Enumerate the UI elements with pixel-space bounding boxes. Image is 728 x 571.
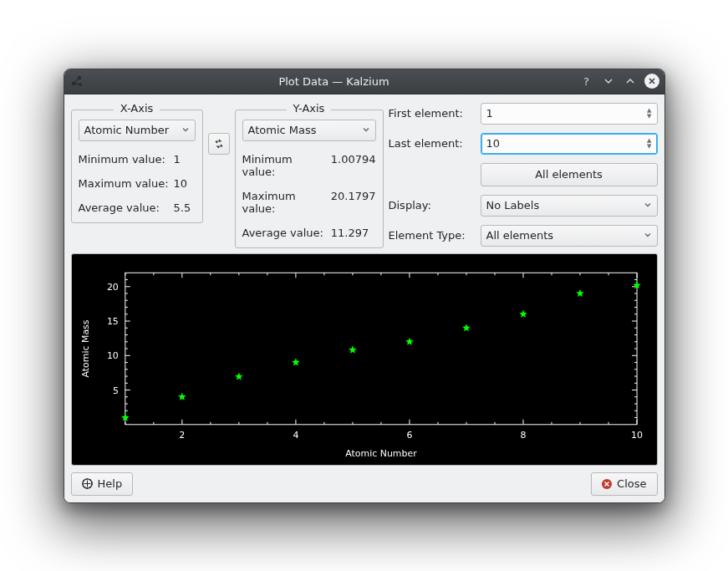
y-min-label: Minimum value: — [242, 153, 326, 178]
svg-text:6: 6 — [406, 429, 412, 440]
help-button-label: Help — [98, 477, 123, 490]
window-title: Plot Data — Kalzium — [89, 75, 579, 88]
y-max-value: 20.1797 — [331, 190, 376, 215]
spin-arrows-icon: ▲▼ — [647, 138, 651, 150]
chevron-down-icon — [362, 125, 370, 135]
chevron-down-icon — [644, 201, 652, 211]
svg-line-3 — [74, 78, 79, 84]
all-elements-button[interactable]: All elements — [481, 163, 658, 186]
close-button[interactable]: Close — [591, 472, 657, 496]
x-min-value: 1 — [174, 153, 196, 166]
plot-panel: 5101520246810Atomic NumberAtomic Mass — [71, 253, 658, 466]
chevron-down-icon — [644, 231, 652, 241]
last-element-label: Last element: — [389, 137, 476, 150]
first-element-value: 1 — [486, 107, 493, 120]
svg-text:10: 10 — [106, 350, 118, 361]
x-axis-title: X-Axis — [114, 102, 160, 115]
y-axis-stats: Minimum value: 1.00794 Maximum value: 20… — [242, 153, 376, 239]
svg-text:10: 10 — [631, 429, 643, 440]
x-avg-label: Average value: — [79, 201, 169, 214]
y-axis-title: Y-Axis — [287, 102, 332, 115]
help-icon — [82, 478, 93, 489]
top-controls-row: X-Axis Atomic Number Minimum value: 1 Ma… — [71, 101, 658, 248]
last-element-spinbox[interactable]: 10 ▲▼ — [481, 133, 658, 155]
x-axis-stats: Minimum value: 1 Maximum value: 10 Avera… — [79, 153, 196, 214]
titlebar: Plot Data — Kalzium ? — [64, 69, 664, 94]
element-type-combo-value: All elements — [486, 229, 554, 242]
minimize-button[interactable] — [601, 74, 616, 89]
svg-text:20: 20 — [106, 281, 118, 292]
x-axis-combo-value: Atomic Number — [84, 124, 170, 136]
close-window-button[interactable] — [644, 74, 659, 89]
svg-text:Atomic Mass: Atomic Mass — [79, 319, 90, 377]
swap-column — [208, 101, 230, 155]
display-combo[interactable]: No Labels — [481, 195, 658, 217]
x-max-value: 10 — [174, 177, 196, 190]
y-axis-groupbox: Y-Axis Atomic Mass Minimum value: 1.0079… — [235, 110, 384, 248]
close-icon — [602, 479, 612, 489]
y-axis-combo-value: Atomic Mass — [248, 124, 317, 136]
display-label: Display: — [389, 199, 476, 212]
first-element-label: First element: — [389, 107, 476, 120]
svg-text:2: 2 — [179, 429, 185, 440]
last-element-value: 10 — [486, 137, 501, 150]
scatter-plot: 5101520246810Atomic NumberAtomic Mass — [75, 257, 654, 461]
dialog-content: X-Axis Atomic Number Minimum value: 1 Ma… — [64, 94, 664, 502]
chevron-down-icon — [181, 125, 190, 135]
svg-text:Atomic Number: Atomic Number — [345, 447, 417, 458]
y-avg-value: 11.297 — [331, 227, 376, 239]
y-min-value: 1.00794 — [331, 153, 376, 178]
swap-axes-button[interactable] — [208, 133, 230, 155]
spin-arrows-icon: ▲▼ — [647, 108, 651, 120]
svg-rect-7 — [125, 273, 636, 424]
svg-text:8: 8 — [520, 429, 526, 440]
maximize-button[interactable] — [623, 74, 638, 89]
x-axis-combo[interactable]: Atomic Number — [79, 120, 196, 141]
window-controls: ? — [579, 74, 659, 89]
first-element-spinbox[interactable]: 1 ▲▼ — [481, 103, 658, 125]
x-axis-groupbox: X-Axis Atomic Number Minimum value: 1 Ma… — [71, 110, 203, 223]
svg-text:4: 4 — [293, 429, 298, 440]
help-titlebar-button[interactable]: ? — [579, 74, 594, 89]
element-range-form: First element: 1 ▲▼ Last element: 10 ▲▼ … — [389, 103, 658, 247]
svg-text:5: 5 — [112, 385, 118, 395]
help-button[interactable]: Help — [71, 472, 134, 496]
dialog-window: Plot Data — Kalzium ? X-Axis Atomic Numb… — [64, 69, 665, 503]
y-avg-label: Average value: — [242, 227, 326, 239]
svg-text:15: 15 — [106, 316, 118, 327]
element-type-label: Element Type: — [389, 229, 476, 242]
y-axis-combo[interactable]: Atomic Mass — [242, 120, 376, 141]
x-max-label: Maximum value: — [79, 177, 169, 190]
display-combo-value: No Labels — [486, 199, 540, 212]
all-elements-button-label: All elements — [535, 168, 603, 181]
close-button-label: Close — [617, 477, 646, 490]
app-icon — [69, 74, 84, 89]
element-type-combo[interactable]: All elements — [481, 225, 658, 247]
x-avg-value: 5.5 — [174, 201, 196, 214]
y-max-label: Maximum value: — [242, 190, 326, 215]
swap-icon — [213, 138, 225, 150]
dialog-footer: Help Close — [71, 472, 658, 496]
x-min-label: Minimum value: — [79, 153, 169, 166]
